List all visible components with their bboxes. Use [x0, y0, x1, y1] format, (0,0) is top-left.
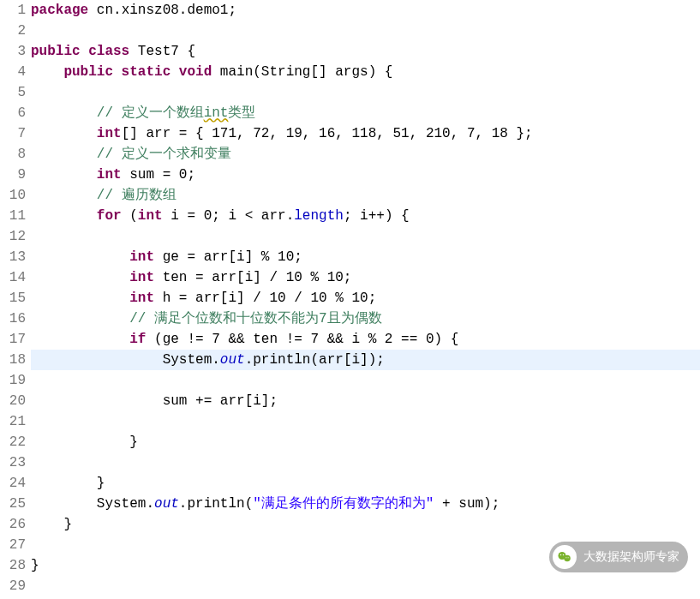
code-line: } — [31, 432, 700, 452]
token-cmt: 类型 — [228, 105, 255, 121]
token-kw: int — [129, 249, 154, 265]
token-cmt: // 遍历数组 — [97, 188, 176, 203]
line-number: 18 — [0, 350, 26, 370]
line-number: 21 — [0, 411, 26, 432]
watermark-text: 大数据架构师专家 — [583, 549, 679, 565]
token-kw: package — [31, 3, 88, 18]
token-fld: length — [294, 208, 344, 224]
watermark: 大数据架构师专家 — [549, 542, 688, 572]
line-number-gutter: 1234567891011121314151617181920212223242… — [0, 0, 31, 596]
code-line: // 满足个位数和十位数不能为7且为偶数 — [31, 308, 700, 329]
token-cmt: // 满足个位数和十位数不能为7且为偶数 — [129, 311, 381, 326]
code-line: public static void main(String[] args) { — [31, 62, 700, 82]
code-line — [31, 411, 700, 432]
code-editor: 1234567891011121314151617181920212223242… — [0, 0, 700, 596]
code-line — [31, 226, 700, 247]
line-number: 3 — [0, 41, 26, 62]
token-cmt: // 定义一个数组 — [97, 105, 204, 121]
code-line: sum += arr[i]; — [31, 391, 700, 411]
line-number: 2 — [0, 21, 26, 41]
token-kw: int — [97, 167, 122, 183]
line-number: 4 — [0, 62, 26, 82]
code-line: // 定义一个数组int类型 — [31, 103, 700, 123]
token-cmtkw: int — [204, 105, 229, 121]
code-line: } — [31, 473, 700, 494]
line-number: 15 — [0, 288, 26, 308]
line-number: 23 — [0, 452, 26, 473]
line-number: 17 — [0, 329, 26, 350]
code-line: int ge = arr[i] % 10; — [31, 247, 700, 267]
token-kw: for — [97, 208, 122, 224]
token-kw: int — [138, 208, 163, 224]
code-line — [31, 370, 700, 391]
line-number: 29 — [0, 576, 26, 596]
line-number: 13 — [0, 247, 26, 267]
token-kw: int — [129, 291, 154, 306]
token-cmt: // 定义一个求和变量 — [97, 147, 231, 162]
svg-point-5 — [568, 557, 569, 558]
token-kw: int — [97, 126, 122, 141]
line-number: 12 — [0, 226, 26, 247]
svg-point-1 — [564, 555, 571, 562]
line-number: 28 — [0, 555, 26, 576]
code-line: System.out.println("满足条件的所有数字的和为" + sum)… — [31, 494, 700, 514]
line-number: 6 — [0, 103, 26, 123]
token-kw: if — [129, 332, 146, 347]
line-number: 25 — [0, 494, 26, 514]
code-line — [31, 576, 700, 596]
code-line: int ten = arr[i] / 10 % 10; — [31, 267, 700, 288]
line-number: 20 — [0, 391, 26, 411]
line-number: 22 — [0, 432, 26, 452]
code-line — [31, 21, 700, 41]
line-number: 9 — [0, 165, 26, 185]
line-number: 7 — [0, 123, 26, 144]
token-sf: out — [220, 352, 245, 368]
wechat-icon — [553, 545, 577, 569]
code-line: // 遍历数组 — [31, 185, 700, 206]
code-line: for (int i = 0; i < arr.length; i++) { — [31, 206, 700, 226]
token-kw: public static void — [63, 64, 212, 80]
code-line — [31, 82, 700, 103]
token-kw: public class — [31, 44, 129, 59]
token-str: "满足条件的所有数字的和为" — [253, 496, 434, 512]
code-area: package cn.xinsz08.demo1; public class T… — [31, 0, 700, 596]
code-line: public class Test7 { — [31, 41, 700, 62]
code-line — [31, 452, 700, 473]
line-number: 26 — [0, 514, 26, 535]
code-line: if (ge != 7 && ten != 7 && i % 2 == 0) { — [31, 329, 700, 350]
line-number: 16 — [0, 308, 26, 329]
svg-point-4 — [565, 557, 566, 558]
line-number: 5 — [0, 82, 26, 103]
token-kw: int — [129, 270, 154, 285]
line-number: 11 — [0, 206, 26, 226]
code-line: package cn.xinsz08.demo1; — [31, 0, 700, 21]
token-sf: out — [154, 496, 179, 512]
line-number: 1 — [0, 0, 26, 21]
line-number: 19 — [0, 370, 26, 391]
line-number: 14 — [0, 267, 26, 288]
svg-point-2 — [560, 554, 562, 556]
code-line: int sum = 0; — [31, 165, 700, 185]
line-number: 27 — [0, 535, 26, 555]
code-line: // 定义一个求和变量 — [31, 144, 700, 165]
line-number: 8 — [0, 144, 26, 165]
code-line: int[] arr = { 171, 72, 19, 16, 118, 51, … — [31, 123, 700, 144]
code-line: } — [31, 514, 700, 535]
line-number: 24 — [0, 473, 26, 494]
code-line: int h = arr[i] / 10 / 10 % 10; — [31, 288, 700, 308]
line-number: 10 — [0, 185, 26, 206]
code-line: System.out.println(arr[i]); — [31, 350, 700, 370]
svg-point-3 — [563, 554, 565, 556]
